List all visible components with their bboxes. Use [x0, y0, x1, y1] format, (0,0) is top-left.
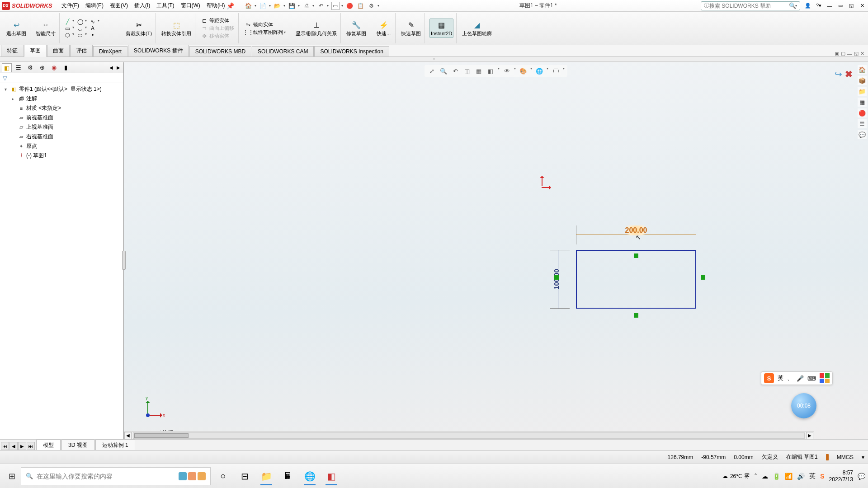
cancel-sketch-icon[interactable]: ✖ — [845, 69, 853, 80]
nav-last-icon[interactable]: ⏭ — [27, 442, 35, 450]
pin-icon[interactable]: 📌 — [226, 2, 234, 9]
menu-tools[interactable]: 工具(T) — [156, 2, 174, 9]
instant2d-button[interactable]: ▦ Instant2D — [429, 19, 453, 38]
tree-origin[interactable]: ⌖ 原点 — [2, 141, 122, 151]
zoom-area-icon[interactable]: 🔍 — [439, 66, 448, 75]
battery-icon[interactable]: 🔋 — [773, 473, 780, 480]
panel-detach-icon[interactable]: ▢ — [841, 51, 845, 56]
spline-icon[interactable]: ∿ — [90, 19, 96, 25]
ime-voice-icon[interactable]: 🎤 — [797, 375, 804, 382]
windows-search-input[interactable] — [37, 473, 175, 480]
undo-icon[interactable]: ↶ — [317, 2, 325, 10]
tray-expand-icon[interactable]: ˄ — [754, 473, 757, 480]
status-units[interactable]: MMGS — [837, 454, 854, 460]
polygon-icon[interactable]: ⬡ — [64, 32, 71, 38]
ime-keyboard-icon[interactable]: ⌨ — [807, 375, 816, 382]
scroll-thumb[interactable] — [134, 433, 189, 438]
sketch-rectangle[interactable] — [576, 250, 696, 309]
rect-icon[interactable]: ▭ — [64, 25, 71, 32]
bottom-tab-model[interactable]: 模型 — [36, 440, 61, 450]
status-pin-icon[interactable] — [826, 454, 829, 460]
restore-icon[interactable]: ▭ — [836, 2, 844, 10]
ime-grid-icon[interactable] — [820, 373, 830, 383]
convert-entities-button[interactable]: ⬚ 转换实体引用 — [160, 19, 192, 37]
mirror-button[interactable]: ⇋镜向实体 — [244, 21, 287, 28]
graphics-canvas[interactable]: ⤢ 🔍 ↶ ◫ ▦ ◧▾ 👁▾ 🎨▾ 🌐▾ 🖵▾ ↪ ✖ 🏠 📦 📁 ▦ 🔴 ☰… — [124, 62, 868, 439]
close-icon[interactable]: ✕ — [858, 2, 866, 10]
ime-toolbar[interactable]: S 英 、 🎤 ⌨ — [761, 371, 833, 385]
help-search-input[interactable] — [709, 3, 789, 9]
tab-dimxpert-icon[interactable]: ⊕ — [37, 63, 47, 72]
file-explorer-icon[interactable]: 📁 — [858, 87, 867, 96]
search-apps-icon[interactable] — [179, 472, 206, 480]
tab-features[interactable]: 特征 — [1, 45, 24, 56]
tab-featuremanager-icon[interactable]: ◧ — [2, 63, 12, 72]
text-icon[interactable]: A — [90, 25, 96, 32]
tree-sketch1[interactable]: ⌇ (-) 草图1 — [2, 151, 122, 160]
new-icon[interactable]: 📄 — [259, 2, 267, 10]
wifi-icon[interactable]: 📶 — [785, 473, 793, 480]
help-search[interactable]: ⓘ 🔍▾ — [701, 1, 800, 10]
constraint-vertical-icon[interactable] — [554, 275, 559, 280]
action-center-icon[interactable]: 💬 — [858, 473, 865, 480]
filter-icon[interactable]: ▽ — [3, 75, 7, 81]
rebuild-icon[interactable]: 🔴 — [346, 2, 354, 10]
ime-lang[interactable]: 英 — [778, 374, 783, 382]
save-icon[interactable]: 💾 — [288, 2, 296, 10]
nav-prev-icon[interactable]: ◀ — [9, 442, 18, 450]
select-icon[interactable]: ▭ — [331, 2, 340, 10]
volume-icon[interactable]: 🔊 — [797, 473, 805, 480]
edge-icon[interactable]: 🌐 — [301, 467, 318, 485]
exit-sketch-button[interactable]: ↩ 退出草图 — [5, 19, 27, 37]
trim-button[interactable]: ✂ 剪裁实体(T) — [125, 19, 153, 37]
nav-first-icon[interactable]: ⏮ — [1, 442, 9, 450]
tree-front-plane[interactable]: ▱ 前视基准面 — [2, 113, 122, 122]
onedrive-icon[interactable]: ☁ — [762, 473, 768, 480]
sogou-tray-icon[interactable]: S — [820, 473, 824, 480]
scroll-track[interactable] — [133, 432, 805, 439]
constraint-horizontal-icon[interactable] — [634, 253, 638, 258]
tab-extra-icon[interactable]: ▮ — [61, 63, 71, 72]
tab-propertymanager-icon[interactable]: ☰ — [14, 63, 24, 72]
user-icon[interactable]: 👤 — [804, 2, 812, 10]
panel-splitter[interactable] — [122, 251, 126, 270]
tab-surface[interactable]: 曲面 — [47, 45, 70, 56]
horizontal-scrollbar[interactable]: ◀ ▶ — [124, 431, 814, 439]
point-icon[interactable]: • — [90, 32, 96, 38]
recording-timer[interactable]: 00:08 — [791, 393, 816, 418]
tree-right-plane[interactable]: ▱ 右视基准面 — [2, 132, 122, 141]
forum-icon[interactable]: 💬 — [858, 130, 867, 139]
tree-annotations[interactable]: ▸ 🗐 注解 — [2, 94, 122, 103]
expand-icon[interactable]: ▸ — [12, 96, 16, 101]
custom-props-icon[interactable]: ☰ — [858, 119, 867, 128]
calculator-icon[interactable]: 🖩 — [279, 467, 297, 485]
home-icon[interactable]: 🏠 — [245, 2, 253, 10]
panel-right-icon[interactable]: ▶ — [115, 65, 122, 70]
tab-addins[interactable]: SOLIDWORKS 插件 — [128, 45, 189, 56]
repair-sketch-button[interactable]: 🔧 修复草图 — [345, 19, 367, 37]
arc-icon[interactable]: ◡ — [77, 25, 83, 32]
show-relations-button[interactable]: ⊥ 显示/删除几何关系 — [295, 19, 338, 37]
linear-pattern-button[interactable]: ⋮⋮线性草图阵列▾ — [244, 28, 287, 36]
tab-mbd[interactable]: SOLIDWORKS MBD — [189, 46, 251, 56]
ime-indicator[interactable]: 英 — [809, 472, 816, 480]
cortana-icon[interactable]: ○ — [214, 467, 231, 485]
appearances-icon[interactable]: 🔴 — [858, 108, 867, 117]
panel-min-icon[interactable]: — — [847, 51, 852, 56]
display-style-icon[interactable]: ◧ — [486, 66, 495, 75]
help-dropdown-icon[interactable]: ?▾ — [815, 2, 823, 10]
panel-left-icon[interactable]: ◀ — [108, 65, 114, 70]
section-view-icon[interactable]: ◫ — [462, 66, 472, 75]
start-button[interactable]: ⊞ — [3, 467, 21, 485]
tab-configmanager-icon[interactable]: ⚙ — [25, 63, 35, 72]
scroll-right-icon[interactable]: ▶ — [806, 432, 813, 439]
maximize-icon[interactable]: ◱ — [847, 2, 855, 10]
nav-next-icon[interactable]: ▶ — [18, 442, 26, 450]
quick-button[interactable]: ⚡ 快速... — [376, 19, 392, 37]
tab-display-icon[interactable]: ◉ — [49, 63, 59, 72]
menu-file[interactable]: 文件(F) — [61, 2, 79, 9]
constraint-horizontal-icon[interactable] — [634, 313, 638, 318]
menu-edit[interactable]: 编辑(E) — [85, 2, 104, 9]
hide-show-icon[interactable]: 👁 — [502, 66, 511, 75]
menu-view[interactable]: 视图(V) — [110, 2, 128, 9]
